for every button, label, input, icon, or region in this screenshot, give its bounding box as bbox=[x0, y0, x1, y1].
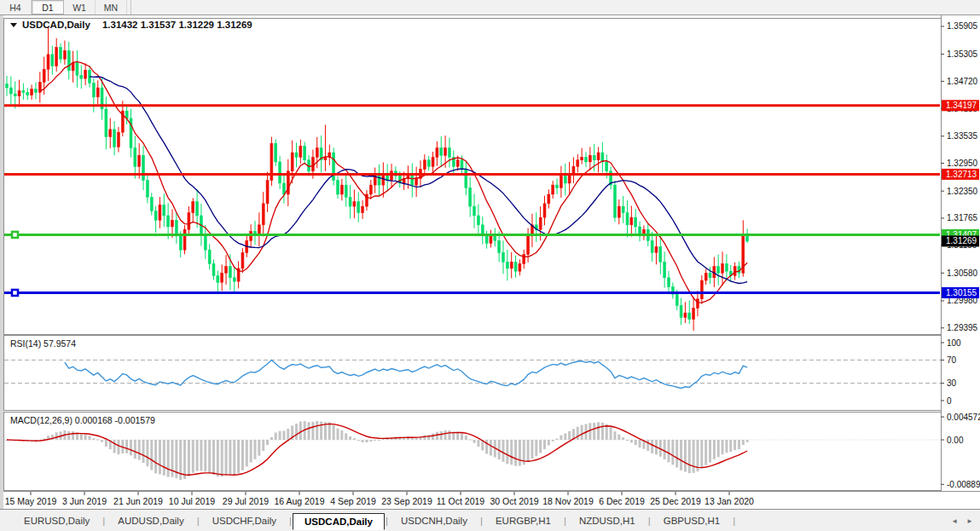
macd-hist-bar bbox=[514, 440, 517, 466]
macd-hist-bar bbox=[597, 422, 600, 440]
macd-hist-bar bbox=[713, 440, 716, 459]
macd-hist-bar bbox=[192, 440, 194, 473]
macd-hist-bar bbox=[159, 440, 161, 474]
macd-hist-bar bbox=[246, 440, 248, 466]
macd-hist-bar bbox=[693, 440, 695, 473]
macd-hist-bar bbox=[527, 440, 530, 462]
macd-hist-bar bbox=[448, 430, 450, 440]
macd-hist-bar bbox=[270, 437, 273, 440]
price-badge-1.31269: 1.31269 bbox=[942, 235, 979, 246]
chart-tab-usdcad-daily[interactable]: USDCAD,Daily bbox=[293, 513, 385, 530]
macd-hist-bar bbox=[717, 440, 720, 457]
svg-text:1.34197: 1.34197 bbox=[946, 101, 977, 110]
macd-hist-bar bbox=[610, 426, 612, 440]
macd-hist-bar bbox=[84, 435, 87, 440]
macd-hist-bar bbox=[287, 429, 289, 440]
svg-text:1.32713: 1.32713 bbox=[946, 170, 977, 179]
macd-hist-bar bbox=[299, 422, 302, 440]
macd-hist-bar bbox=[729, 440, 732, 452]
rsi-label: RSI(14) 57.9574 bbox=[10, 338, 76, 349]
timeframe-button-d1[interactable]: D1 bbox=[32, 0, 64, 14]
date-tick-label: 13 Jan 2020 bbox=[705, 496, 754, 506]
svg-text:1.32950: 1.32950 bbox=[947, 159, 978, 168]
tab-separator: | bbox=[732, 516, 736, 526]
macd-hist-bar bbox=[700, 440, 703, 469]
macd-hist-bar bbox=[208, 440, 211, 473]
date-tick-label: 15 May 2019 bbox=[5, 496, 57, 506]
tab-scroll-left-icon[interactable]: ◄ bbox=[951, 517, 958, 525]
macd-hist-bar bbox=[577, 427, 579, 440]
timeframe-button-mn[interactable]: MN bbox=[96, 0, 127, 14]
chart-canvas[interactable]: USDCAD,Daily1.31432 1.31537 1.31229 1.31… bbox=[0, 14, 980, 509]
macd-hist-bar bbox=[465, 436, 467, 440]
macd-hist-bar bbox=[734, 440, 736, 450]
macd-hist-bar bbox=[67, 431, 70, 440]
macd-hist-bar bbox=[664, 440, 666, 459]
macd-hist-bar bbox=[722, 440, 724, 454]
timeframe-toolbar: H4D1W1MN bbox=[0, 0, 980, 15]
date-tick-label: 6 Dec 2019 bbox=[599, 496, 645, 506]
macd-hist-bar bbox=[183, 440, 186, 479]
macd-hist-bar bbox=[134, 440, 136, 459]
macd-hist-bar bbox=[316, 421, 318, 440]
macd-hist-bar bbox=[349, 436, 351, 440]
chart-tab-audusd-daily[interactable]: AUDUSD,Daily bbox=[106, 512, 195, 529]
macd-hist-bar bbox=[556, 439, 559, 440]
line-handle bbox=[12, 290, 18, 296]
macd-hist-bar bbox=[477, 440, 479, 447]
macd-hist-bar bbox=[378, 440, 380, 441]
macd-hist-bar bbox=[746, 440, 749, 442]
macd-hist-bar bbox=[258, 440, 260, 456]
chart-symbol-label: USDCAD,Daily bbox=[22, 20, 90, 30]
date-tick-label: 29 Jul 2019 bbox=[223, 496, 269, 506]
chart-tab-nzdusd-h1[interactable]: NZDUSD,H1 bbox=[567, 512, 647, 529]
macd-hist-bar bbox=[510, 440, 513, 465]
macd-hist-bar bbox=[709, 440, 711, 463]
tab-scroll-right-icon[interactable]: ► bbox=[966, 517, 973, 525]
svg-text:0.00: 0.00 bbox=[947, 436, 964, 445]
macd-hist-bar bbox=[204, 440, 206, 471]
svg-text:0: 0 bbox=[947, 396, 952, 406]
macd-hist-bar bbox=[369, 440, 372, 442]
macd-hist-bar bbox=[539, 440, 542, 453]
macd-hist-bar bbox=[55, 432, 58, 440]
macd-hist-bar bbox=[217, 440, 219, 476]
macd-hist-bar bbox=[340, 430, 343, 440]
date-tick-label: 25 Dec 2019 bbox=[650, 496, 701, 506]
date-tick-label: 10 Jul 2019 bbox=[169, 496, 215, 506]
svg-text:-0.008893: -0.008893 bbox=[947, 480, 980, 489]
macd-hist-bar bbox=[101, 440, 103, 442]
chart-tab-usdcnh-daily[interactable]: USDCNH,Daily bbox=[389, 512, 479, 529]
macd-hist-bar bbox=[593, 423, 595, 440]
macd-hist-bar bbox=[626, 440, 629, 441]
timeframe-button-w1[interactable]: W1 bbox=[64, 0, 96, 14]
macd-hist-bar bbox=[432, 434, 434, 440]
macd-hist-bar bbox=[738, 440, 740, 449]
macd-hist-bar bbox=[684, 440, 687, 472]
chart-tab-usdchf-daily[interactable]: USDCHF,Daily bbox=[200, 512, 288, 529]
macd-hist-bar bbox=[225, 440, 228, 476]
macd-hist-bar bbox=[138, 440, 141, 460]
timeframe-button-h4[interactable]: H4 bbox=[0, 0, 32, 14]
macd-hist-bar bbox=[548, 440, 550, 445]
svg-text:1.31765: 1.31765 bbox=[947, 213, 978, 222]
macd-hist-bar bbox=[353, 438, 356, 440]
macd-hist-bar bbox=[490, 440, 492, 456]
macd-hist-bar bbox=[105, 440, 107, 447]
macd-hist-bar bbox=[461, 433, 463, 440]
svg-text:1.33535: 1.33535 bbox=[947, 131, 978, 141]
trading-terminal-window: H4D1W1MN USDCAD,Daily1.31432 1.31537 1.3… bbox=[0, 0, 980, 531]
macd-hist-bar bbox=[237, 440, 240, 473]
macd-hist-bar bbox=[221, 440, 223, 476]
date-tick-label: 16 Aug 2019 bbox=[275, 496, 325, 506]
chart-tab-eurgbp-h1[interactable]: EURGBP,H1 bbox=[484, 512, 563, 529]
macd-hist-bar bbox=[282, 430, 285, 440]
macd-hist-bar bbox=[212, 440, 215, 475]
macd-hist-bar bbox=[651, 440, 653, 453]
chart-tab-eurusd-daily[interactable]: EURUSD,Daily bbox=[12, 512, 101, 529]
date-tick-label: 23 Sep 2019 bbox=[381, 496, 432, 506]
macd-hist-bar bbox=[618, 435, 620, 440]
chart-tab-gbpusd-h1[interactable]: GBPUSD,H1 bbox=[652, 512, 732, 529]
macd-hist-bar bbox=[444, 430, 447, 440]
svg-text:1.29395: 1.29395 bbox=[947, 323, 978, 332]
